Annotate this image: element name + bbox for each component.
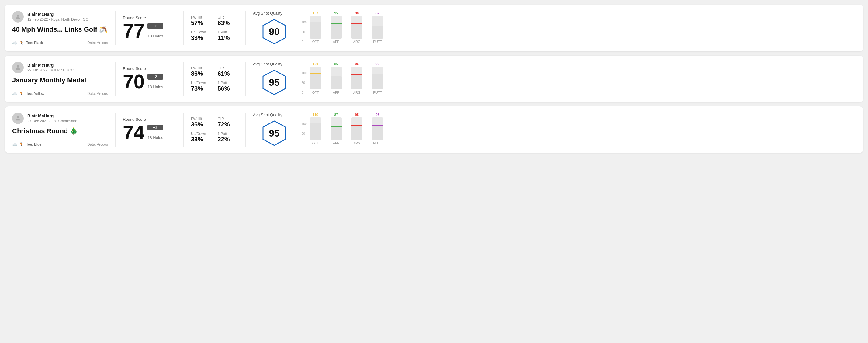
bar-indicator xyxy=(372,73,383,74)
bar-wrapper xyxy=(331,67,342,89)
avatar xyxy=(12,113,24,124)
round-title: January Monthly Medal xyxy=(12,76,108,84)
putt-value: 56% xyxy=(218,85,238,92)
score-label: Round Score xyxy=(123,15,176,20)
hexagon-container: 95 xyxy=(260,69,288,96)
score-badge: +2 xyxy=(148,125,163,130)
card-score-3: Round Score 74 +2 18 Holes xyxy=(123,113,184,147)
card-footer: ☁️ 🏌️ Tee: Black Data: Arccos xyxy=(12,40,108,45)
bar-value-label: 101 xyxy=(313,62,318,66)
bar-value-label: 110 xyxy=(313,113,318,117)
tee-info: ☁️ 🏌️ Tee: Black xyxy=(12,40,43,45)
svg-point-0 xyxy=(17,14,19,17)
score-badge: -2 xyxy=(148,74,163,80)
stat-updown: Up/Down 33% xyxy=(191,132,212,143)
card-left-3: Blair McHarg 27 Dec 2021 · The Oxfordshi… xyxy=(12,113,116,147)
quality-label: Avg Shot Quality xyxy=(253,11,282,15)
bar-chart: 100 50 0 110 OTT 87 APP xyxy=(302,115,856,145)
putt-value: 11% xyxy=(218,34,238,41)
bar-x-label: PUTT xyxy=(373,142,382,145)
bar-background xyxy=(372,74,383,89)
bar-background xyxy=(331,76,342,89)
weather-icon: ☁️ xyxy=(12,40,17,45)
avatar xyxy=(12,11,24,23)
bar-col-putt: 82 PUTT xyxy=(370,11,385,43)
hexagon-container: 90 xyxy=(260,18,288,45)
updown-label: Up/Down xyxy=(191,81,212,85)
card-quality-1: Avg Shot Quality 90 100 50 0 107 O xyxy=(253,11,856,45)
weather-icon: ☁️ xyxy=(12,142,17,147)
putt-label: 1 Putt xyxy=(218,81,238,85)
bar-background xyxy=(351,24,363,39)
bar-value-label: 95 xyxy=(335,11,338,15)
score-number: 70 xyxy=(123,72,145,92)
data-source: Data: Arccos xyxy=(87,142,108,147)
bar-wrapper xyxy=(372,67,383,89)
card-stats-1: FW Hit 57% GIR 83% Up/Down 33% 1 Putt 11… xyxy=(191,11,246,45)
gir-label: GIR xyxy=(218,117,238,121)
bar-value-label: 95 xyxy=(355,113,359,117)
stat-updown: Up/Down 78% xyxy=(191,81,212,92)
avatar xyxy=(12,62,24,73)
bar-background xyxy=(331,127,342,140)
bar-wrapper xyxy=(310,16,321,39)
card-stats-2: FW Hit 86% GIR 61% Up/Down 78% 1 Putt 56… xyxy=(191,62,246,96)
bar-wrapper xyxy=(331,16,342,39)
bar-col-putt: 99 PUTT xyxy=(370,62,385,94)
score-holes: 18 Holes xyxy=(148,135,163,140)
bar-indicator xyxy=(351,125,363,126)
updown-value: 33% xyxy=(191,34,212,41)
bar-indicator xyxy=(310,73,321,74)
score-row: 70 -2 18 Holes xyxy=(123,72,176,92)
bar-indicator xyxy=(331,23,342,24)
quality-left: Avg Shot Quality 95 xyxy=(253,62,296,96)
bar-col-arg: 98 ARG xyxy=(349,11,365,43)
bar-x-label: APP xyxy=(333,91,340,94)
bar-background xyxy=(351,126,363,140)
bar-wrapper xyxy=(331,117,342,140)
hexagon-container: 95 xyxy=(260,120,288,147)
updown-value: 78% xyxy=(191,85,212,92)
bag-icon: 🏌️ xyxy=(19,91,24,96)
bar-indicator xyxy=(331,76,342,76)
bar-x-label: PUTT xyxy=(373,91,382,94)
bar-col-app: 95 APP xyxy=(329,11,344,43)
bar-value-label: 93 xyxy=(376,113,379,117)
bar-col-ott: 107 OTT xyxy=(308,11,323,43)
bar-wrapper xyxy=(372,117,383,140)
bar-chart: 100 50 0 107 OTT 95 APP xyxy=(302,13,856,43)
stats-grid: FW Hit 57% GIR 83% Up/Down 33% 1 Putt 11… xyxy=(191,15,238,41)
round-card-2: Blair McHarg 29 Jan 2022 · Mill Ride GCC… xyxy=(5,56,863,102)
user-name: Blair McHarg xyxy=(27,114,77,118)
fw-hit-value: 86% xyxy=(191,70,212,77)
tee-label: Tee: Blue xyxy=(26,142,41,147)
updown-value: 33% xyxy=(191,136,212,143)
hex-score: 95 xyxy=(269,128,280,139)
tee-info: ☁️ 🏌️ Tee: Yellow xyxy=(12,91,44,96)
user-info: Blair McHarg 27 Dec 2021 · The Oxfordshi… xyxy=(27,114,77,123)
fw-hit-value: 36% xyxy=(191,121,212,128)
card-quality-2: Avg Shot Quality 95 100 50 0 101 O xyxy=(253,62,856,96)
bar-x-label: ARG xyxy=(353,91,361,94)
putt-label: 1 Putt xyxy=(218,132,238,136)
gir-value: 83% xyxy=(218,20,238,27)
bag-icon: 🏌️ xyxy=(19,142,24,147)
bar-value-label: 107 xyxy=(313,11,318,15)
fw-hit-label: FW Hit xyxy=(191,15,212,20)
bar-col-ott: 101 OTT xyxy=(308,62,323,94)
bar-col-app: 87 APP xyxy=(329,113,344,145)
bar-value-label: 99 xyxy=(376,62,379,66)
bar-value-label: 82 xyxy=(376,11,379,15)
bar-background xyxy=(310,74,321,89)
updown-label: Up/Down xyxy=(191,132,212,136)
bar-chart: 100 50 0 101 OTT 86 APP xyxy=(302,64,856,94)
score-holes: 18 Holes xyxy=(148,34,163,38)
bar-indicator xyxy=(310,123,321,123)
card-quality-3: Avg Shot Quality 95 100 50 0 110 O xyxy=(253,113,856,147)
bar-indicator xyxy=(372,26,383,26)
stat-updown: Up/Down 33% xyxy=(191,30,212,41)
user-info: Blair McHarg 29 Jan 2022 · Mill Ride GCC xyxy=(27,63,73,72)
svg-point-4 xyxy=(17,116,19,118)
bar-value-label: 96 xyxy=(355,62,359,66)
quality-label: Avg Shot Quality xyxy=(253,62,282,66)
